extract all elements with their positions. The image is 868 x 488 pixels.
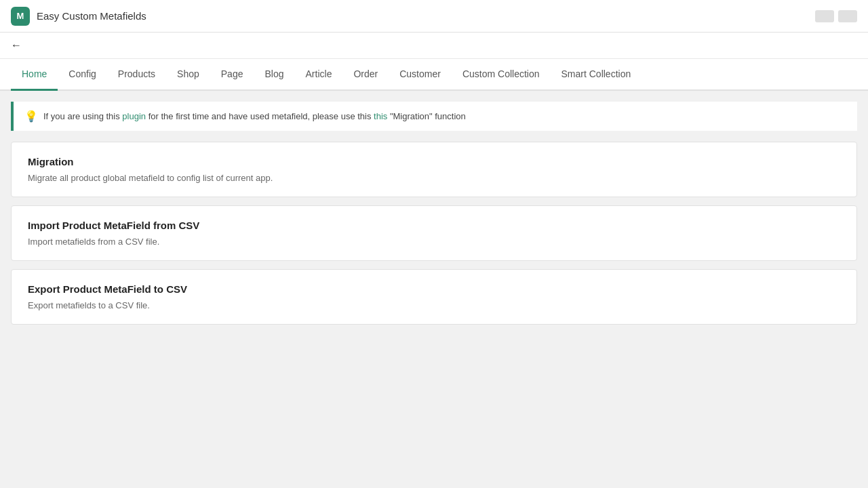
import-csv-card-title: Import Product MetaField from CSV [28,220,840,231]
back-bar: ← [0,33,868,59]
import-csv-card[interactable]: Import Product MetaField from CSV Import… [11,205,857,261]
tab-customer[interactable]: Customer [389,59,452,91]
tab-products[interactable]: Products [107,59,166,91]
migration-card[interactable]: Migration Migrate all product global met… [11,142,857,197]
tab-shop[interactable]: Shop [166,59,210,91]
app-icon-text: M [17,11,24,21]
tab-blog[interactable]: Blog [254,59,294,91]
app-title: Easy Custom Metafields [37,10,146,22]
tab-article[interactable]: Article [295,59,343,91]
top-bar-button-2[interactable] [838,10,857,22]
tab-order[interactable]: Order [342,59,389,91]
app-icon: M [11,7,30,26]
tab-smart-collection[interactable]: Smart Collection [551,59,642,91]
bulb-icon: 💡 [24,110,38,123]
top-bar-button-1[interactable] [815,10,834,22]
migration-link[interactable]: this [374,111,387,121]
tab-page[interactable]: Page [210,59,254,91]
export-csv-card-title: Export Product MetaField to CSV [28,283,840,295]
migration-card-title: Migration [28,156,840,167]
tab-bar: Home Config Products Shop Page Blog Arti… [0,59,868,91]
back-button[interactable]: ← [11,39,22,52]
tab-config[interactable]: Config [58,59,106,91]
top-bar: M Easy Custom Metafields [0,0,868,33]
top-bar-right [815,10,857,22]
import-csv-card-desc: Import metafields from a CSV file. [28,237,840,247]
notice-bar: 💡 If you are using this plugin for the f… [11,102,857,131]
tab-home[interactable]: Home [11,59,58,91]
content-area: 💡 If you are using this plugin for the f… [0,91,868,344]
tab-custom-collection[interactable]: Custom Collection [452,59,551,91]
export-csv-card[interactable]: Export Product MetaField to CSV Export m… [11,269,857,325]
migration-card-desc: Migrate all product global metafield to … [28,173,840,183]
export-csv-card-desc: Export metafields to a CSV file. [28,300,840,310]
top-bar-left: M Easy Custom Metafields [11,7,146,26]
plugin-link[interactable]: plugin [122,111,146,121]
notice-text: If you are using this plugin for the fir… [43,111,466,121]
